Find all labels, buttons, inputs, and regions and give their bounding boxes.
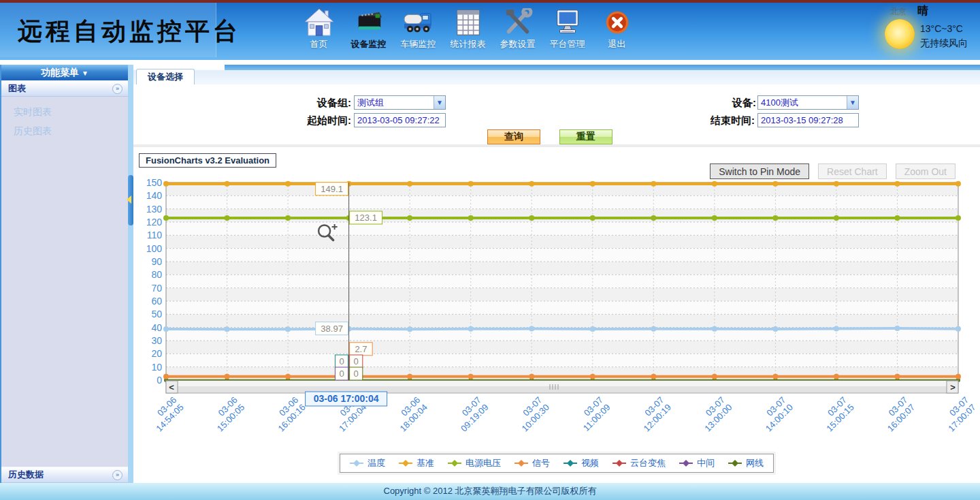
svg-text:149.1: 149.1 — [321, 184, 343, 194]
x-axis-label: 03-0713:00:00 — [696, 395, 734, 434]
sidebar-section-history-data[interactable]: 历史数据 » — [1, 467, 128, 483]
legend-label: 中间 — [697, 457, 715, 469]
sidebar-item-history-chart[interactable]: 历史图表 — [14, 121, 128, 140]
nav-item-platform[interactable]: 平台管理 — [542, 8, 592, 50]
sidebar-menu-header[interactable]: 功能菜单 ▼ — [1, 65, 128, 80]
device-group-label: 设备组: — [286, 97, 351, 110]
nav-item-settings[interactable]: 参数设置 — [493, 8, 542, 50]
query-form: 设备组: 测试组 ▼ 设备: 4100测试 ▼ 起始时间: 结束时间: 查询 重… — [133, 84, 980, 144]
dropdown-arrow-icon[interactable]: ▼ — [847, 96, 858, 109]
legend-item-信号[interactable]: 信号 — [514, 457, 550, 469]
home-icon — [304, 8, 335, 37]
start-time-label: 起始时间: — [272, 114, 351, 127]
device-group-select[interactable]: 测试组 ▼ — [354, 95, 446, 110]
report-icon — [453, 8, 484, 37]
history-line-chart[interactable]: 0102030405060708090100110120130140150149… — [133, 147, 980, 452]
sidebar-filler — [1, 140, 128, 467]
zoom-out-button: Zoom Out — [896, 163, 956, 179]
nav-label: 参数设置 — [493, 38, 542, 50]
svg-text:140: 140 — [146, 190, 163, 201]
nav-item-vehicle-monitor[interactable]: 车辆监控 — [393, 8, 443, 50]
x-axis-label: 03-0616:00:16 — [269, 395, 308, 434]
x-axis-label: 03-0712:00:19 — [634, 395, 673, 434]
nav-label: 首页 — [294, 38, 344, 50]
settings-icon — [502, 8, 534, 37]
svg-text:70: 70 — [151, 283, 162, 294]
main-pane: 设备选择 设备组: 测试组 ▼ 设备: 4100测试 ▼ 起始时间: 结束时间:… — [133, 65, 980, 483]
sidebar-item-realtime-chart[interactable]: 实时图表 — [14, 102, 128, 121]
svg-text:150: 150 — [146, 177, 163, 188]
legend-item-温度[interactable]: 温度 — [350, 457, 385, 469]
weather-condition: 晴 — [917, 4, 928, 18]
svg-text:0: 0 — [354, 369, 359, 379]
weather-wind: 无持续风向 — [920, 36, 968, 50]
nav-item-report[interactable]: 统计报表 — [443, 8, 493, 50]
x-axis-label: 03-0716:00:07 — [878, 395, 917, 434]
nav-label: 退出 — [592, 38, 642, 50]
tabbar-top-line — [225, 65, 980, 70]
nav-label: 车辆监控 — [393, 38, 443, 50]
legend-marker-icon — [679, 460, 693, 467]
start-time-input[interactable] — [354, 113, 446, 127]
caret-down-icon: ▼ — [82, 69, 88, 77]
legend-marker-icon — [399, 460, 412, 467]
legend-marker-icon — [514, 460, 528, 467]
legend-item-网线[interactable]: 网线 — [728, 457, 764, 469]
weather-temperature: 13°C~3°C — [920, 22, 968, 36]
nav-label: 设备监控 — [344, 38, 393, 50]
x-axis-label: 03-0715:00:15 — [817, 395, 856, 434]
reset-button[interactable]: 重置 — [559, 129, 612, 144]
svg-text:90: 90 — [151, 256, 162, 267]
nav-label: 平台管理 — [542, 38, 592, 50]
x-axis-label: 03-0711:00:09 — [574, 395, 612, 433]
device-label: 设备: — [703, 97, 756, 110]
main-nav: 首页 设备监控 车辆监控 — [294, 8, 642, 50]
x-axis-label: 03-0709:19:09 — [451, 395, 490, 434]
legend-item-视频[interactable]: 视频 — [564, 457, 599, 469]
legend-item-基准[interactable]: 基准 — [399, 457, 434, 469]
svg-text:60: 60 — [151, 296, 162, 307]
collapse-arrow-icon — [127, 196, 131, 204]
end-time-label: 结束时间: — [676, 114, 755, 127]
nav-item-home[interactable]: 首页 — [294, 8, 344, 50]
splitter-collapse-handle[interactable] — [128, 175, 133, 225]
svg-text:38.97: 38.97 — [321, 324, 343, 334]
vehicle-monitor-icon — [403, 8, 434, 37]
sidebar-splitter[interactable] — [128, 65, 133, 483]
legend-marker-icon — [564, 460, 577, 467]
device-group-value: 测试组 — [355, 97, 434, 109]
svg-text:120: 120 — [146, 217, 163, 228]
chevron-double-icon[interactable]: » — [112, 84, 122, 94]
x-axis-label: 03-0710:00:30 — [512, 395, 551, 434]
svg-text:130: 130 — [146, 204, 163, 215]
nav-item-logout[interactable]: 退出 — [592, 8, 642, 50]
end-time-input[interactable] — [757, 113, 859, 127]
legend-marker-icon — [612, 460, 626, 467]
chart-scrollbar[interactable]: <> — [166, 381, 958, 393]
logout-icon — [602, 8, 633, 37]
svg-text:0: 0 — [339, 356, 344, 366]
nav-item-device-monitor[interactable]: 设备监控 — [344, 8, 393, 50]
legend-item-电源电压[interactable]: 电源电压 — [448, 457, 501, 469]
device-select[interactable]: 4100测试 ▼ — [757, 95, 859, 110]
x-axis-label: 03-0615:00:05 — [208, 395, 246, 434]
copyright-text: Copyright © 2012 北京聚英翱翔电子有限公司版权所有 — [384, 486, 597, 496]
legend-item-云台变焦[interactable]: 云台变焦 — [612, 457, 666, 469]
section-label: 图表 — [8, 82, 26, 95]
legend-label: 视频 — [581, 457, 599, 469]
header-gap — [0, 60, 980, 65]
svg-text:40: 40 — [151, 322, 162, 333]
chevron-double-icon[interactable]: » — [112, 470, 122, 480]
svg-text:80: 80 — [151, 269, 162, 280]
switch-pin-mode-button[interactable]: Switch to Pin Mode — [710, 163, 809, 179]
legend-label: 信号 — [532, 457, 550, 469]
query-button[interactable]: 查询 — [487, 129, 540, 144]
fusioncharts-watermark: FusionCharts v3.2 Evaluation — [139, 153, 276, 168]
sidebar-section-charts[interactable]: 图表 » — [1, 80, 128, 97]
svg-text:0: 0 — [157, 375, 162, 386]
legend-item-中间[interactable]: 中间 — [679, 457, 715, 469]
dropdown-arrow-icon[interactable]: ▼ — [434, 96, 445, 109]
tab-device-select[interactable]: 设备选择 — [136, 69, 195, 84]
legend-label: 基准 — [416, 457, 434, 469]
sun-icon — [885, 19, 915, 49]
